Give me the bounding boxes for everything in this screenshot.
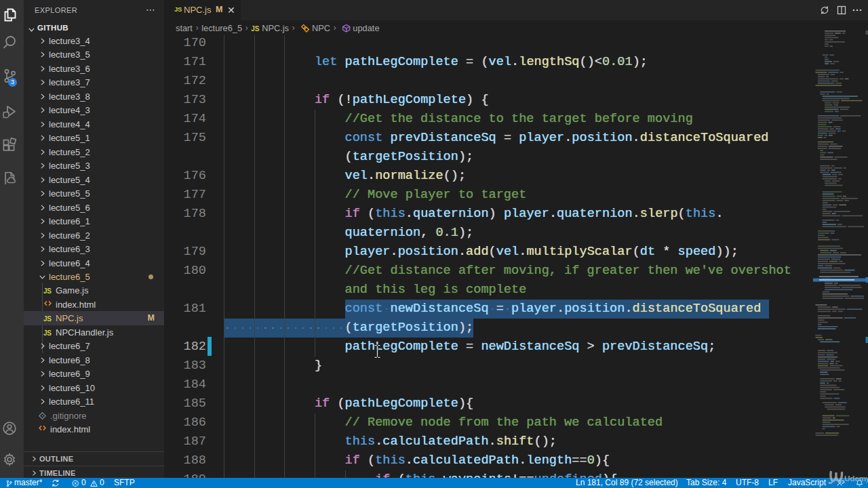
svg-text:Udemy: Udemy — [844, 474, 868, 483]
